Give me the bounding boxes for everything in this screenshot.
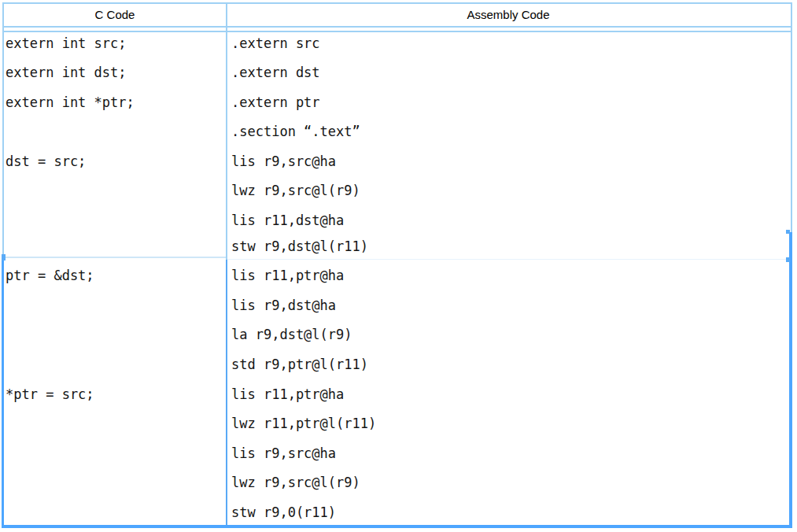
c-code-column-header: C Code [4, 4, 226, 26]
header-separator-line-2 [2, 31, 792, 32]
row-divider-left [4, 257, 226, 258]
column-divider-bottom [226, 260, 227, 525]
c-vs-assembly-table: C Code Assembly Code extern int src; ext… [0, 0, 797, 532]
table-border-bottom [2, 525, 792, 528]
asm-code-line: lwz r9,src@l(r9) [231, 473, 360, 492]
asm-code-line: lwz r9,src@l(r9) [231, 181, 360, 200]
asm-code-line: .section “.text” [231, 122, 360, 141]
row-divider-right [227, 259, 789, 260]
asm-code-line: .extern ptr [231, 93, 320, 112]
asm-code-line: la r9,dst@l(r9) [231, 325, 352, 344]
c-code-line: ptr = &dst; [6, 266, 94, 285]
asm-code-line: lis r11,dst@ha [231, 211, 344, 230]
asm-code-line: lis r11,ptr@ha [231, 266, 344, 285]
c-code-line: *ptr = src; [6, 385, 94, 404]
seam-tick-right-2 [786, 257, 790, 262]
c-code-line: dst = src; [6, 152, 86, 171]
c-code-line: extern int src; [6, 34, 127, 53]
asm-code-line: stw r9,0(r11) [231, 503, 336, 522]
table-border-right-bottom [789, 232, 792, 527]
asm-code-line: lis r9,dst@ha [231, 296, 336, 315]
asm-code-line: lis r9,src@ha [231, 444, 336, 463]
table-border-right-top [791, 2, 792, 232]
c-code-line: extern int *ptr; [6, 93, 135, 112]
c-code-line: extern int dst; [6, 63, 127, 82]
column-divider-top [226, 2, 227, 260]
assembly-code-column-header: Assembly Code [227, 4, 789, 26]
asm-code-line: lis r11,ptr@ha [231, 385, 344, 404]
asm-code-line: std r9,ptr@l(r11) [231, 355, 368, 374]
asm-code-line: .extern dst [231, 63, 320, 82]
asm-code-line: lwz r11,ptr@l(r11) [231, 414, 376, 433]
asm-code-line: lis r9,src@ha [231, 152, 336, 171]
table-border-left-top [2, 2, 4, 260]
table-border-left-bottom [2, 260, 4, 528]
seam-tick-right-1 [786, 230, 790, 234]
asm-code-line: .extern src [231, 34, 320, 53]
header-separator-line-1 [2, 26, 792, 28]
seam-tick-left [2, 254, 6, 260]
asm-code-line: stw r9,dst@l(r11) [231, 237, 368, 256]
